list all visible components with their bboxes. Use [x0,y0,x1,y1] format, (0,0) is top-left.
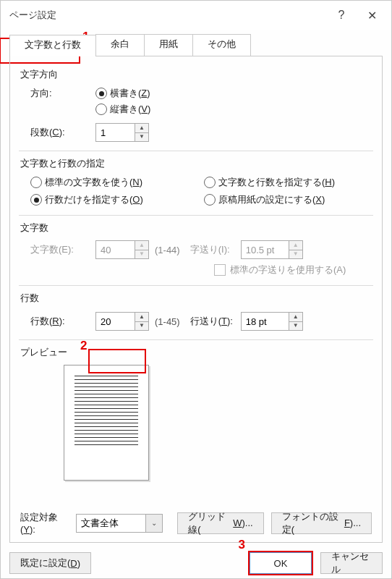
columns-spinner[interactable]: ▲ ▼ [95,123,149,142]
radio-icon [30,177,42,188]
lines-label: 行数(R): [30,315,95,328]
font-settings-button[interactable]: フォントの設定(F)... [271,512,372,534]
radio-horizontal[interactable]: 横書き(Z) [95,87,150,100]
spin-down-icon[interactable]: ▼ [289,322,302,331]
char-pitch-input [241,240,289,259]
chars-spin-buttons: ▲ ▼ [135,240,149,259]
radio-icon [30,194,42,206]
columns-input[interactable] [95,123,135,142]
radio-standard[interactable]: 標準の文字数を使う(N) [30,176,204,189]
apply-to-value[interactable] [76,514,145,533]
radio-icon [204,194,216,206]
line-pitch-input[interactable] [241,312,289,331]
char-pitch-spinner: ▲ ▼ [241,240,303,259]
radio-both-label: 文字数と行数を指定する(H) [218,176,335,189]
chars-input [95,240,135,259]
radio-lines-only[interactable]: 行数だけを指定する(O) [30,193,204,206]
spin-down-icon[interactable]: ▼ [135,322,148,331]
chars-range: (1-44) [155,245,180,255]
apply-to-combo[interactable]: ⌄ [76,514,163,533]
line-pitch-label: 行送り(T): [190,315,241,328]
radio-horizontal-label: 横書き(Z) [110,87,150,100]
preview-page [64,365,149,481]
set-default-button[interactable]: 既定に設定(D) [9,552,91,574]
cancel-button[interactable]: キャンセル [320,552,383,574]
columns-label: 段数(C): [30,126,95,139]
columns-spin-buttons[interactable]: ▲ ▼ [135,123,149,142]
tab-margins[interactable]: 余白 [95,34,145,56]
gridlines-button[interactable]: グリッド線(W)... [177,512,263,534]
tab-other[interactable]: その他 [192,34,251,56]
section-spec: 文字数と行数の指定 [20,157,372,170]
lines-spinner[interactable]: ▲ ▼ [95,312,149,331]
settings-row: 設定対象(Y): ⌄ グリッド線(W)... フォントの設定(F)... [20,511,372,535]
section-lines: 行数 [20,292,372,305]
checkbox-default-pitch-label: 標準の字送りを使用する(A) [230,263,346,276]
spin-up-icon: ▲ [135,241,148,250]
radio-grid-paper-label: 原稿用紙の設定にする(X) [218,193,325,206]
section-chars: 文字数 [20,221,372,234]
apply-to-label: 設定対象(Y): [20,511,69,535]
section-preview: プレビュー [20,346,372,359]
chevron-down-icon[interactable]: ⌄ [145,514,163,533]
lines-range: (1-45) [155,316,180,327]
lines-input[interactable] [95,312,135,331]
radio-grid-paper[interactable]: 原稿用紙の設定にする(X) [204,193,372,206]
radio-vertical-label: 縦書き(V) [110,103,150,116]
titlebar: ページ設定 ? ✕ [1,1,391,30]
chars-label: 文字数(E): [30,243,95,256]
spin-down-icon: ▼ [289,250,302,259]
spin-up-icon[interactable]: ▲ [135,124,148,133]
spin-up-icon: ▲ [289,241,302,250]
ok-button[interactable]: OK [250,552,312,574]
section-direction: 文字方向 [20,68,372,81]
tab-paper[interactable]: 用紙 [144,34,193,56]
dialog-footer: 既定に設定(D) 3 OK キャンセル [9,551,383,575]
line-pitch-spinner[interactable]: ▲ ▼ [241,312,303,331]
line-pitch-spin-buttons[interactable]: ▲ ▼ [289,312,303,331]
dialog-body: 1 文字数と行数 余白 用紙 その他 文字方向 方向: 横書き(Z) [1,34,391,579]
help-icon[interactable]: ? [326,1,357,30]
radio-icon [95,88,107,99]
annotation-2: 2 [80,339,87,353]
radio-standard-label: 標準の文字数を使う(N) [45,176,142,189]
radio-icon [204,177,216,188]
spin-up-icon[interactable]: ▲ [135,313,148,322]
direction-label: 方向: [30,87,95,100]
chars-spinner: ▲ ▼ [95,240,149,259]
radio-icon [95,103,107,115]
checkbox-default-pitch [214,264,226,276]
spin-down-icon: ▼ [135,250,148,259]
radio-vertical[interactable]: 縦書き(V) [95,103,150,116]
spin-up-icon[interactable]: ▲ [289,313,302,322]
lines-spin-buttons[interactable]: ▲ ▼ [135,312,149,331]
char-pitch-label: 字送り(I): [190,243,241,256]
radio-lines-only-label: 行数だけを指定する(O) [45,193,143,206]
char-pitch-spin-buttons: ▲ ▼ [289,240,303,259]
tab-bar: 文字数と行数 余白 用紙 その他 [9,34,383,56]
radio-both[interactable]: 文字数と行数を指定する(H) [204,176,372,189]
tab-characters-lines[interactable]: 文字数と行数 [9,35,96,56]
spin-down-icon[interactable]: ▼ [135,133,148,142]
dialog-title: ページ設定 [9,9,326,22]
page-setup-dialog: ページ設定 ? ✕ 1 文字数と行数 余白 用紙 その他 文字方向 方向: 横書… [0,0,392,579]
close-icon[interactable]: ✕ [357,1,387,30]
tab-content: 文字方向 方向: 横書き(Z) 縦書き(V) 段数(C): [9,56,383,543]
annotation-3: 3 [239,538,245,552]
